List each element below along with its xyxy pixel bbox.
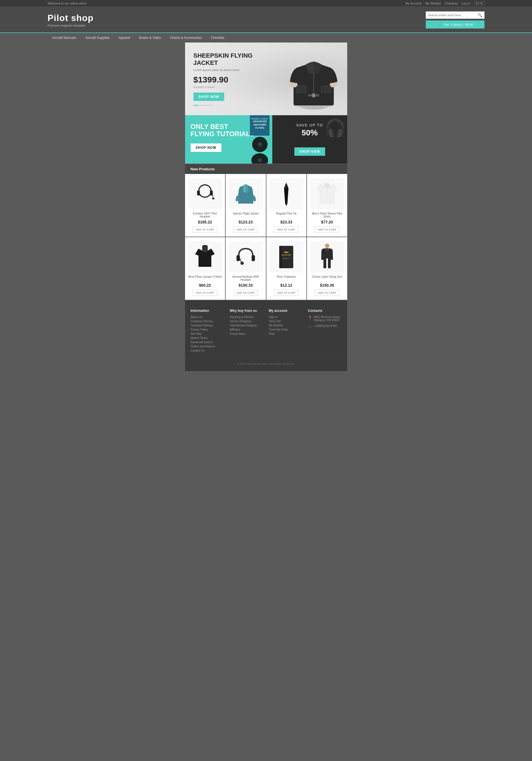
footer-link-view-cart[interactable]: View Cart: [269, 320, 302, 323]
footer-inner: Information About Us Customer Service Te…: [185, 309, 347, 353]
login-link[interactable]: Log In: [461, 2, 470, 5]
add-to-cart-button[interactable]: ADD TO CART: [274, 290, 298, 296]
promo-left-shop-now-button[interactable]: SHOP NOW: [191, 144, 221, 152]
product-name: Wool Pilots Jumper V-Neck: [188, 275, 222, 282]
product-price: $150.30: [320, 283, 334, 287]
svg-point-17: [240, 262, 244, 265]
svg-text:AVIATOR: AVIATOR: [282, 254, 291, 256]
cart-button[interactable]: 🛒 Cart: 0 item(s) - $0.00: [426, 21, 485, 29]
footer-col-contacts: Contacts 📍 8901 Marmora Road, Glasgow, D…: [308, 309, 342, 353]
footer-link-site-map[interactable]: Site Map: [191, 332, 224, 335]
logo-title[interactable]: Pilot shop: [47, 13, 94, 23]
dot-inactive[interactable]: [200, 105, 214, 106]
footer-link-privacy-policy[interactable]: Privacy Policy: [191, 328, 224, 331]
footer-link-help[interactable]: Help: [269, 332, 302, 335]
nav-books-video[interactable]: Books & Video: [134, 33, 166, 42]
product-image-suit: [310, 242, 345, 272]
cart-icon: 🛒: [437, 23, 442, 27]
footer-link-customer-service[interactable]: Customer Service: [191, 320, 224, 323]
cart-label: Cart: 0 item(s) - $0.00: [443, 23, 473, 26]
footer-link-orders-returns[interactable]: Orders and Returns: [191, 345, 224, 348]
add-to-cart-button[interactable]: ADD TO CART: [234, 290, 258, 296]
add-to-cart-button[interactable]: ADD TO CART: [192, 290, 217, 296]
svg-rect-5: [321, 86, 331, 93]
svg-rect-7: [197, 191, 200, 196]
headset-decoration: 🎧: [325, 118, 346, 138]
search-button[interactable]: 🔍: [475, 12, 485, 19]
welcome-text: Welcome to our online store!: [47, 2, 87, 5]
product-image-headset2: [228, 242, 263, 272]
footer-link-contact-us[interactable]: Contact Us: [191, 349, 224, 352]
footer-col-why-buy: Why buy from us Shipping & Returns Secur…: [230, 309, 263, 353]
nav-charts-accessories[interactable]: Charts & Accessories: [166, 33, 206, 42]
footer-link-secure-shopping[interactable]: Secure Shopping: [230, 320, 263, 323]
my-wishlist-link[interactable]: My Wishlist: [425, 2, 441, 5]
nav-checklist[interactable]: Checklist: [206, 33, 229, 42]
product-card: Injector Flight Jacket $123.23 ADD TO CA…: [226, 174, 266, 237]
product-image-book: AVIATOR MANUAL: [269, 242, 304, 272]
product-price: $77.20: [321, 220, 333, 224]
dot-active[interactable]: [193, 105, 198, 106]
product-card: Ascend Modular ANR Headset $150.33 ADD T…: [226, 237, 266, 300]
footer-link-my-wishlist[interactable]: My Wishlist: [269, 324, 302, 327]
product-card: Regular Pilot Tie $23.33 ADD TO CART: [266, 174, 307, 237]
add-to-cart-button[interactable]: ADD TO CART: [274, 226, 298, 233]
jacket-svg: [235, 181, 257, 206]
contact-address: 📍 8901 Marmora Road, Glasgow, D04 89GR: [308, 316, 342, 323]
hero-banner: SHEEPSKIN FLYING JACKET Lorem ipsum dolo…: [185, 42, 347, 115]
product-price: $12.12: [280, 283, 293, 287]
footer-link-group-sales[interactable]: Group Sales: [230, 332, 263, 335]
product-image-jacket: [228, 178, 263, 209]
product-name: Injector Flight Jacket: [233, 212, 259, 219]
promo-row: ONLY BEST FLYING TUTORIALS SHOP NOW Rich…: [185, 115, 347, 164]
checkout-link[interactable]: Checkout: [445, 2, 458, 5]
content-area: SHEEPSKIN FLYING JACKET Lorem ipsum dolo…: [185, 42, 347, 371]
svg-rect-14: [237, 255, 240, 261]
footer-link-track-order[interactable]: Track My Order: [269, 328, 302, 331]
footer-link-shipping-returns[interactable]: Shipping & Returns: [230, 316, 263, 319]
nav-apparel[interactable]: Apparel: [114, 33, 134, 42]
hero-image-area: [283, 45, 345, 112]
footer-link-template-settings[interactable]: Template Settings: [191, 324, 224, 327]
top-bar: Welcome to our online store! My Account …: [0, 0, 532, 6]
cd2-decoration: [251, 153, 268, 164]
search-input[interactable]: [426, 12, 475, 19]
svg-line-9: [212, 194, 213, 198]
product-price: $185.22: [198, 220, 212, 224]
book-decoration: Richard L Collins'ADVANCEDWEATHER FLYING: [250, 115, 270, 136]
svg-point-6: [199, 185, 211, 197]
search-box: 🔍: [426, 12, 485, 19]
footer-col-my-account: My account Sign In View Cart My Wishlist…: [269, 309, 302, 353]
logo-subtitle: Premium magento template: [47, 24, 94, 27]
nav-aircraft-supplies[interactable]: Aircraft Supplies: [81, 33, 114, 42]
add-to-cart-button[interactable]: ADD TO CART: [315, 290, 340, 296]
footer-col-information: Information About Us Customer Service Te…: [191, 309, 224, 353]
nav-aircraft-manuals[interactable]: Aircraft Manuals: [47, 33, 81, 42]
product-name: Men's Short Sleeve Pilot Shirts: [310, 212, 345, 219]
add-to-cart-button[interactable]: ADD TO CART: [192, 226, 217, 233]
language-selector[interactable]: En ▼: [474, 1, 485, 5]
product-price: $23.33: [280, 220, 293, 224]
footer-link-sign-in[interactable]: Sign In: [269, 316, 302, 319]
main-nav: Aircraft Manuals Aircraft Supplies Appar…: [0, 32, 532, 42]
footer-link-international-shipping[interactable]: International Shipping: [230, 324, 263, 327]
header: Pilot shop Premium magento template 🔍 🛒 …: [0, 6, 532, 32]
promo-right-shop-now-button[interactable]: SHOP NOW: [294, 147, 325, 156]
add-to-cart-button[interactable]: ADD TO CART: [234, 226, 258, 233]
my-account-link[interactable]: My Account: [406, 2, 422, 5]
product-image-shirt: [310, 178, 345, 209]
tie-svg: [281, 181, 292, 206]
shirt-svg: [314, 181, 340, 206]
footer-col-my-account-title: My account: [269, 309, 302, 313]
footer-col-why-buy-title: Why buy from us: [230, 309, 263, 313]
add-to-cart-button[interactable]: ADD TO CART: [315, 226, 340, 233]
footer-link-advanced-search[interactable]: Advanced Search: [191, 341, 224, 344]
hero-shop-now-button[interactable]: SHOP NOW: [193, 92, 224, 101]
product-card: Wool Pilots Jumper V-Neck $60.22 ADD TO …: [185, 237, 225, 300]
svg-marker-12: [284, 183, 289, 188]
footer-col-information-title: Information: [191, 309, 224, 313]
footer-bottom: © 2014 Pilot theme Store. All Rights Res…: [185, 359, 347, 366]
footer-link-about-us[interactable]: About Us: [191, 316, 224, 319]
footer-link-affiliates[interactable]: Affiliates: [230, 328, 263, 331]
footer-link-search-terms[interactable]: Search Terms: [191, 336, 224, 339]
